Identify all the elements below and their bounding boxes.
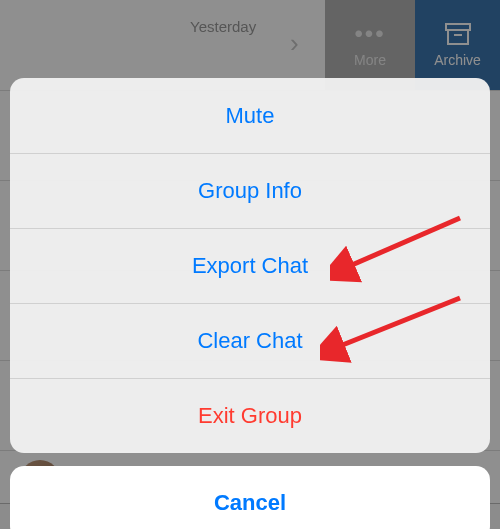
cancel-button[interactable]: Cancel [10,466,490,529]
cancel-sheet: Cancel [10,466,490,529]
action-clear-chat[interactable]: Clear Chat [10,303,490,378]
action-export-chat[interactable]: Export Chat [10,228,490,303]
action-exit-group[interactable]: Exit Group [10,378,490,453]
action-sheet: Mute Group Info Export Chat Clear Chat E… [10,78,490,453]
action-mute[interactable]: Mute [10,78,490,153]
action-group-info[interactable]: Group Info [10,153,490,228]
